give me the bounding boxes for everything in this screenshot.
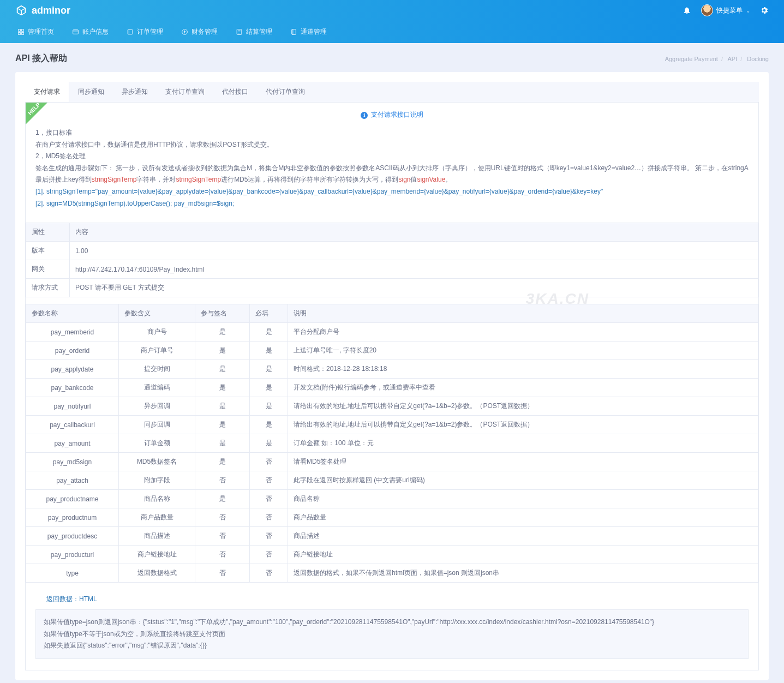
return-label: 返回数据：HTML [26, 589, 758, 609]
table-row: pay_amount订单金额是是订单金额 如：100 单位：元 [26, 434, 758, 453]
svg-rect-0 [19, 29, 21, 32]
table-row: 版本1.00 [26, 242, 758, 260]
nav-channel[interactable]: 通道管理 [288, 21, 329, 43]
svg-rect-4 [73, 30, 79, 34]
table-row: 请求方式POST 请不要用 GET 方式提交 [26, 279, 758, 297]
user-menu[interactable]: 快捷菜单 ⌄ [701, 4, 750, 16]
table-row: pay_producturl商户链接地址否否商户链接地址 [26, 546, 758, 564]
gear-icon[interactable] [760, 6, 769, 15]
meta-table: 属性 内容 版本1.00网关http://47.242.170.147:6010… [26, 223, 758, 297]
help-ribbon: HELP [26, 103, 47, 124]
nav-home[interactable]: 管理首页 [15, 21, 56, 43]
nav-settle[interactable]: 结算管理 [234, 21, 274, 43]
tab-payout-query[interactable]: 代付订单查询 [257, 82, 314, 102]
cube-icon [15, 4, 27, 16]
tab-pay-request[interactable]: 支付请求 [25, 82, 69, 102]
table-row: 网关http://47.242.170.147:60109/Pay_Index.… [26, 260, 758, 279]
description: 1，接口标准 在商户支付请求接口中，数据通信是使用HTTP协议，请求数据以POS… [26, 127, 758, 223]
avatar [701, 4, 713, 16]
param-table: 参数名称 参数含义 参与签名 必填 说明 pay_memberid商户号是是平台… [26, 304, 758, 583]
tabs: 支付请求 同步通知 异步通知 支付订单查询 代付接口 代付订单查询 [25, 82, 759, 103]
logo-text: adminor [32, 5, 70, 16]
topbar: adminor 快捷菜单 ⌄ 管理首页 账户信息 订单管理 财务管理 结算管理 … [0, 0, 784, 43]
table-row: pay_orderid商户订单号是是上送订单号唯一, 字符长度20 [26, 342, 758, 360]
page-title: API 接入帮助 [15, 53, 67, 64]
tab-payout[interactable]: 代付接口 [213, 82, 257, 102]
page-header: API 接入帮助 Aggregate Payment/ API/ Docking [15, 53, 769, 64]
user-name: 快捷菜单 [716, 6, 743, 15]
table-row: type返回数据格式否否返回数据的格式，如果不传则返回html页面，如果值=js… [26, 564, 758, 583]
table-row: pay_bankcode通道编码是是开发文档(附件)银行编码参考，或通道费率中查… [26, 379, 758, 397]
svg-rect-8 [292, 29, 296, 35]
return-sample: 如果传值type=json则返回json串：{"ststus":"1","msg… [35, 609, 749, 659]
bell-icon[interactable] [683, 6, 691, 15]
breadcrumb: Aggregate Payment/ API/ Docking [665, 56, 769, 62]
nav-account[interactable]: 账户信息 [70, 21, 111, 43]
table-row: pay_productnum商户品数量否否商户品数量 [26, 508, 758, 527]
table-row: pay_callbackurl同步回调是是请给出有效的地址,地址后可以携带自定义… [26, 416, 758, 434]
tab-body: HELP 3KA.CN 支付请求接口说明 1，接口标准 在商户支付请求接口中，数… [25, 103, 759, 670]
nav-orders[interactable]: 订单管理 [124, 21, 165, 43]
nav-finance[interactable]: 财务管理 [179, 21, 220, 43]
table-row: pay_md5signMD5数据签名是否请看MD5签名处理 [26, 453, 758, 471]
tab-pay-query[interactable]: 支付订单查询 [157, 82, 213, 102]
table-row: pay_productdesc商品描述否否商品描述 [26, 527, 758, 546]
tab-async-notify[interactable]: 异步通知 [113, 82, 157, 102]
main-card: 支付请求 同步通知 异步通知 支付订单查询 代付接口 代付订单查询 HELP 3… [15, 72, 769, 680]
tab-sync-notify[interactable]: 同步通知 [69, 82, 113, 102]
down-icon [35, 596, 42, 603]
svg-rect-2 [19, 33, 21, 35]
svg-rect-5 [128, 29, 133, 34]
table-row: pay_productname商品名称是否商品名称 [26, 490, 758, 508]
table-row: pay_memberid商户号是是平台分配商户号 [26, 323, 758, 342]
topnav: 管理首页 账户信息 订单管理 财务管理 结算管理 通道管理 [0, 21, 784, 43]
svg-rect-1 [22, 29, 24, 32]
logo[interactable]: adminor [15, 4, 70, 16]
svg-rect-3 [22, 33, 24, 35]
table-row: pay_notifyurl异步回调是是请给出有效的地址,地址后可以携带自定义ge… [26, 397, 758, 416]
table-row: pay_applydate提交时间是是时间格式：2018-12-28 18:18… [26, 360, 758, 379]
info-title: 支付请求接口说明 [26, 103, 758, 127]
chevron-down-icon: ⌄ [746, 8, 750, 14]
table-row: pay_attach附加字段否否此字段在返回时按原样返回 (中文需要url编码) [26, 471, 758, 490]
